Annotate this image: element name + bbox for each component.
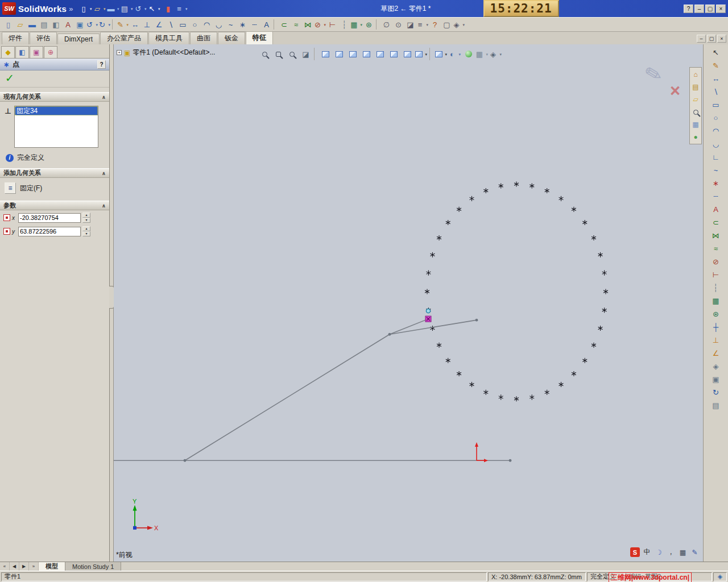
tangent-arc-icon[interactable]: ◡ [710,138,722,150]
tab-mold-tools[interactable]: 模具工具 [148,32,189,44]
select-icon[interactable]: ↖ [710,46,722,59]
view-back-icon[interactable] [333,48,346,60]
mass-properties-icon[interactable]: ⊙ [392,19,404,31]
ime-tools-icon[interactable]: ✎ [690,547,700,557]
tab-features[interactable]: 特征 [246,31,273,44]
zoom-to-fit-icon[interactable] [258,48,271,60]
circle-icon[interactable]: ○ [710,111,722,124]
file-explorer-icon[interactable]: ▱ [690,94,701,105]
view-settings-icon[interactable]: ◈ [489,48,502,60]
maximize-button[interactable]: ▢ [705,5,715,13]
measure-icon[interactable]: ∅ [380,19,392,31]
relations-list[interactable]: 固定34 [14,106,98,148]
relation-item-fixed34[interactable]: 固定34 [15,106,98,115]
print-icon[interactable]: ▤ [38,19,50,31]
status-corner-icon[interactable]: ◈ [713,572,727,581]
tangent-arc-icon[interactable]: ◡ [213,19,225,31]
view-isometric-icon[interactable] [401,48,414,60]
trim-entities-icon[interactable]: ⊘ [710,255,722,268]
x-spin-down-button[interactable]: ▾ [82,218,90,223]
help-icon[interactable]: ? [429,19,441,31]
view-settings-icon[interactable]: ◈ [453,19,465,31]
document-restore-button[interactable]: ▢ [707,35,716,43]
scroll-first-icon[interactable]: « [0,562,10,571]
section-existing-relations[interactable]: 现有几何关系 ∧ [0,92,109,102]
circle-icon[interactable]: ○ [189,19,201,31]
view-orientation-icon[interactable] [415,48,428,60]
fix-relation-button[interactable]: ≡ 固定(F) [0,178,109,196]
scroll-last-icon[interactable]: » [29,562,39,571]
zoom-to-area-icon[interactable] [272,48,285,60]
tab-model[interactable]: 模型 [39,562,65,571]
convert-entities-icon[interactable]: ⊂ [710,216,722,228]
ime-chinese-mode-icon[interactable]: 中 [642,547,652,557]
tab-sheet-metal[interactable]: 钣金 [218,32,245,44]
print-preview-icon[interactable]: ◧ [50,19,62,31]
y-spin-down-button[interactable]: ▾ [82,231,90,236]
add-relation-icon[interactable]: ⊥ [710,334,722,346]
centerline-icon[interactable]: ┄ [249,19,260,31]
design-library-icon[interactable]: ▤ [690,82,701,92]
close-button[interactable]: × [716,5,726,13]
scroll-prev-icon[interactable]: ◀ [10,562,19,571]
graphics-viewport[interactable]: YX + ▣ 零件1 (Default<<Default>... ◪◐▦◈ ✎ … [114,44,703,562]
view-right-icon[interactable] [360,48,373,60]
tree-expander-icon[interactable]: + [117,50,122,55]
text-icon[interactable]: A [260,19,272,31]
x-coordinate-input[interactable] [18,213,81,223]
undo-icon[interactable]: ↺ [134,2,147,15]
sketch-fillet-icon[interactable]: ∟ [710,151,722,163]
smart-dimension-icon[interactable]: ↔ [129,19,141,31]
section-view-icon[interactable]: ◪ [299,48,312,60]
configuration-manager-tab-icon[interactable]: ▣ [30,46,43,58]
fullscreen-icon[interactable]: ▢ [441,19,453,31]
panel-help-button[interactable]: ? [97,60,106,69]
edit-appearance-icon[interactable] [462,48,475,60]
y-spin-up-button[interactable]: ▴ [82,226,90,231]
appearances-scenes-icon[interactable]: ● [690,132,701,142]
sketch-canvas[interactable]: YX [114,44,703,562]
help-button[interactable]: ? [684,5,693,13]
tab-weldments[interactable]: 焊件 [2,32,29,44]
view-front-icon[interactable] [319,48,332,60]
solidworks-resources-icon[interactable]: ⌂ [690,69,701,80]
ime-fullwidth-icon[interactable]: ☽ [654,547,664,557]
toolbox-icon[interactable]: ▮ [162,2,174,15]
point-icon[interactable]: ∗ [710,177,722,189]
document-close-button[interactable]: × [717,35,726,43]
options-icon[interactable]: ≡ [416,19,429,31]
redo-icon[interactable]: ↻ [98,19,111,31]
save-icon[interactable]: ▬ [26,19,38,31]
line-icon[interactable]: ∖ [165,19,177,31]
extend-entities-icon[interactable]: ⊢ [710,268,722,281]
spell-check-icon[interactable]: A [62,19,74,31]
point-icon[interactable]: ∗ [237,19,249,31]
ime-punctuation-icon[interactable]: ， [666,547,676,557]
solidworks-search-icon[interactable] [690,107,701,117]
spline-icon[interactable]: ~ [225,19,237,31]
linear-pattern-icon[interactable]: ▦ [710,294,722,307]
cancel-sketch-icon[interactable]: × [670,81,680,101]
mirror-entities-icon[interactable]: ⋈ [710,229,722,242]
ok-button[interactable]: ✓ [5,72,14,84]
undo-icon[interactable]: ↺ [86,19,98,31]
section-parameters[interactable]: 参数 ∧ [0,201,109,210]
centerpoint-arc-icon[interactable]: ◠ [710,124,722,137]
quick-snaps-icon[interactable]: ◈ [710,360,722,372]
linear-pattern-icon[interactable]: ▦ [350,19,363,31]
print-icon[interactable]: ▤ [121,2,133,15]
display-relations-icon[interactable]: ∠ [710,347,722,359]
x-spin-up-button[interactable]: ▴ [82,213,90,218]
view-left-icon[interactable] [346,48,359,60]
apply-scene-icon[interactable]: ▦ [475,48,489,60]
construction-geometry-icon[interactable]: ┆ [338,19,350,31]
rectangle-icon[interactable]: ▭ [177,19,189,31]
offset-entities-icon[interactable]: ≈ [290,19,302,31]
centerline-icon[interactable]: ┄ [710,190,722,202]
panel-splitter[interactable] [110,44,114,562]
section-add-relations[interactable]: 添加几何关系 ∧ [0,168,109,178]
tab-evaluate[interactable]: 评估 [30,32,57,44]
tab-motion-study-1[interactable]: Motion Study 1 [65,562,121,571]
section-properties-icon[interactable]: ◪ [404,19,416,31]
rectangle-icon[interactable]: ▭ [710,98,722,111]
